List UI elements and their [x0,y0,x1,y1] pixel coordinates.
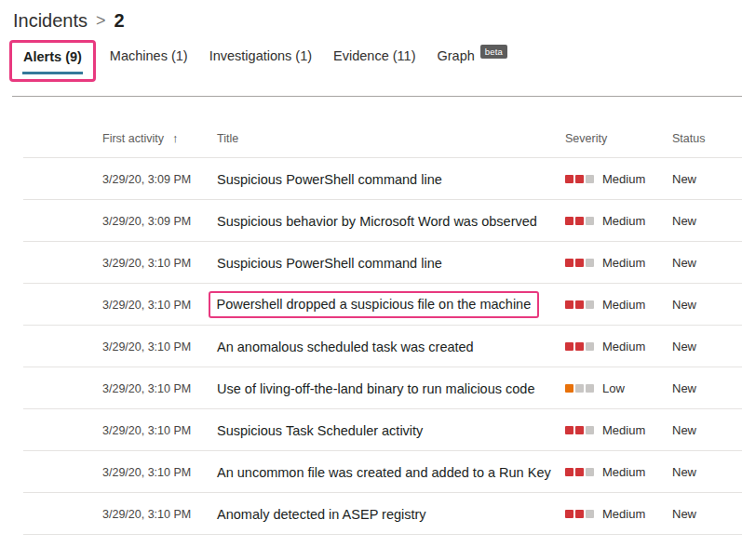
alert-title-cell[interactable]: Suspicious PowerShell command line [217,256,565,271]
alert-title[interactable]: Anomaly detected in ASEP registry [217,507,426,522]
incident-page: Incidents > 2 Alerts (9) Machines (1) In… [0,0,742,560]
alert-title[interactable]: Use of living-off-the-land binary to run… [217,381,534,396]
severity-indicator-icon [565,259,594,267]
status-cell: New [672,298,742,312]
table-row[interactable]: 3/29/20, 3:09 PM Suspicious behavior by … [0,200,742,242]
severity-indicator-icon [565,468,594,476]
severity-indicator-icon [565,175,594,183]
severity-cell: Low [565,381,672,395]
alert-title-cell[interactable]: Suspicious behavior by Microsoft Word wa… [217,214,565,229]
tab-evidence[interactable]: Evidence (11) [331,40,417,72]
alert-title-cell[interactable]: Powershell dropped a suspicious file on … [217,291,565,318]
severity-label: Medium [602,298,645,312]
tab-graph[interactable]: Graph beta [435,40,509,72]
tab-graph-label: Graph [437,48,474,63]
severity-label: Medium [602,507,645,521]
severity-cell: Medium [565,214,672,228]
tab-alerts-label: Alerts (9) [23,49,82,64]
table-row[interactable]: 3/29/20, 3:10 PM Anomaly detected in ASE… [0,493,742,535]
first-activity-cell: 3/29/20, 3:10 PM [102,382,217,395]
alert-title[interactable]: Suspicious Task Scheduler activity [217,423,423,438]
table-row[interactable]: 3/29/20, 3:10 PM An uncommon file was cr… [0,451,742,493]
severity-label: Medium [602,340,645,353]
breadcrumb-incidents-link[interactable]: Incidents [13,10,88,32]
first-activity-cell: 3/29/20, 3:10 PM [102,299,217,312]
table-row[interactable]: 3/29/20, 3:10 PM Powershell dropped a su… [0,284,742,326]
table-row[interactable]: 3/29/20, 3:10 PM Suspicious PowerShell c… [0,242,742,284]
status-cell: New [672,214,742,228]
alert-title[interactable]: An uncommon file was created and added t… [217,465,551,480]
table-row[interactable]: 3/29/20, 3:10 PM Suspicious Task Schedul… [0,409,742,451]
table-row[interactable]: 3/29/20, 3:10 PM An anomalous scheduled … [0,326,742,367]
severity-indicator-icon [565,217,594,225]
severity-indicator-icon [565,300,594,309]
tab-machines-label: Machines (1) [110,48,188,63]
column-header-title[interactable]: Title [217,132,565,145]
severity-label: Medium [602,423,645,437]
column-header-status[interactable]: Status [672,132,742,145]
tab-alerts[interactable]: Alerts (9) [22,49,83,74]
first-activity-cell: 3/29/20, 3:09 PM [102,173,217,186]
alerts-table-header: First activity ↑ Title Severity Status [0,97,742,158]
severity-indicator-icon [565,384,594,393]
alert-title-cell[interactable]: Anomaly detected in ASEP registry [217,507,565,522]
severity-cell: Medium [565,465,672,479]
severity-cell: Medium [565,256,672,270]
table-row[interactable]: 3/29/20, 3:10 PM Use of living-off-the-l… [0,367,742,409]
alerts-table: First activity ↑ Title Severity Status 3… [0,97,742,535]
status-cell: New [672,423,742,437]
first-activity-cell: 3/29/20, 3:10 PM [102,257,217,270]
severity-cell: Medium [565,340,672,353]
breadcrumb-incident-id: 2 [115,10,125,32]
first-activity-cell: 3/29/20, 3:10 PM [102,466,217,479]
tab-investigations[interactable]: Investigations (1) [208,40,314,72]
severity-indicator-icon [565,342,594,351]
severity-indicator-icon [565,510,594,518]
severity-cell: Medium [565,423,672,437]
alert-title-cell[interactable]: An uncommon file was created and added t… [217,465,565,480]
tab-evidence-label: Evidence (11) [333,48,415,63]
alert-title-cell[interactable]: Use of living-off-the-land binary to run… [217,381,565,396]
alert-title-cell[interactable]: An anomalous scheduled task was created [217,340,565,354]
tab-bar: Alerts (9) Machines (1) Investigations (… [9,40,742,82]
status-cell: New [672,172,742,186]
alert-title[interactable]: Suspicious behavior by Microsoft Word wa… [217,214,537,229]
severity-label: Medium [602,214,645,228]
alert-title-cell[interactable]: Suspicious Task Scheduler activity [217,423,565,438]
status-cell: New [672,507,742,521]
severity-cell: Medium [565,507,672,521]
severity-cell: Medium [565,172,672,186]
alert-title[interactable]: Suspicious PowerShell command line [217,172,442,187]
tab-investigations-label: Investigations (1) [209,48,312,63]
table-row[interactable]: 3/29/20, 3:09 PM Suspicious PowerShell c… [0,158,742,200]
tab-machines[interactable]: Machines (1) [108,40,190,72]
severity-cell: Medium [565,298,672,312]
first-activity-cell: 3/29/20, 3:10 PM [102,340,217,353]
status-cell: New [672,256,742,270]
sort-ascending-icon[interactable]: ↑ [172,131,179,145]
column-header-severity[interactable]: Severity [565,132,672,145]
beta-badge: beta [480,45,507,59]
severity-label: Medium [602,172,645,186]
column-header-first-activity[interactable]: First activity ↑ [102,131,217,145]
severity-label: Medium [602,256,645,270]
first-activity-cell: 3/29/20, 3:10 PM [102,424,217,437]
alert-title[interactable]: An anomalous scheduled task was created [217,340,474,354]
status-cell: New [672,381,742,395]
first-activity-cell: 3/29/20, 3:09 PM [102,215,217,228]
alert-title[interactable]: Suspicious PowerShell command line [217,256,442,271]
first-activity-cell: 3/29/20, 3:10 PM [102,508,217,521]
alert-title-cell[interactable]: Suspicious PowerShell command line [217,172,565,187]
severity-indicator-icon [565,426,594,434]
severity-label: Medium [602,465,645,479]
severity-label: Low [602,381,625,395]
alert-title-annotated[interactable]: Powershell dropped a suspicious file on … [209,291,540,318]
alerts-table-body: 3/29/20, 3:09 PM Suspicious PowerShell c… [0,158,742,535]
breadcrumb-separator-icon: > [96,11,106,31]
status-cell: New [672,465,742,479]
alerts-tab-annotation-box: Alerts (9) [9,40,96,82]
breadcrumb: Incidents > 2 [0,0,742,32]
status-cell: New [672,340,742,353]
